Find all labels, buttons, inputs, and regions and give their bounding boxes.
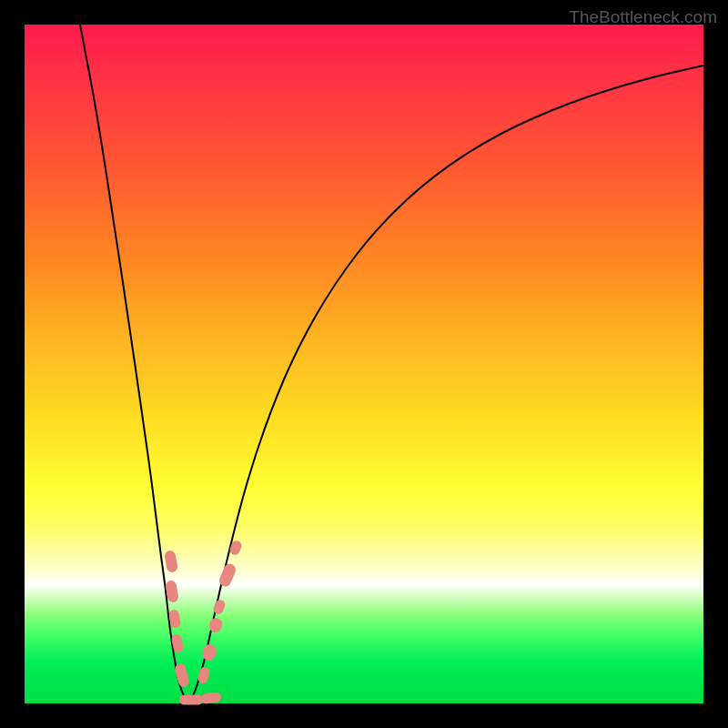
data-marker (168, 609, 181, 629)
data-marker (171, 633, 185, 653)
data-marker (212, 599, 227, 616)
chart-curves (25, 25, 703, 703)
data-marker (165, 580, 179, 603)
data-marker (179, 695, 203, 705)
data-marker (228, 540, 243, 557)
data-marker (217, 562, 238, 589)
chart-plot-area (25, 25, 703, 703)
data-marker (164, 550, 178, 573)
watermark-text: TheBottleneck.com (569, 7, 717, 27)
data-marker (207, 616, 225, 634)
data-marker (174, 662, 190, 688)
right-curve-path (188, 66, 703, 703)
data-marker (200, 692, 221, 704)
data-marker (197, 666, 210, 684)
data-marker (201, 642, 218, 662)
